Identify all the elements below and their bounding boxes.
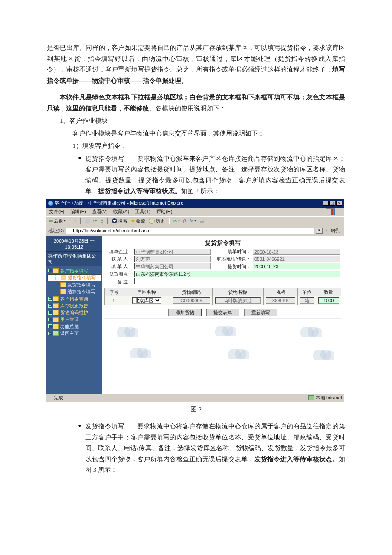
search-icon xyxy=(112,218,117,223)
address-dropdown-icon[interactable]: ▼ xyxy=(316,228,323,233)
edit-button[interactable]: ✎▾ xyxy=(189,218,197,224)
expand-icon[interactable]: - xyxy=(48,324,52,328)
paragraph: 是否已出库。同样的，客户如果需要将自己的产品从某厂存放到某库区，可以填写提货指令… xyxy=(47,43,345,86)
expand-icon[interactable]: + xyxy=(48,318,52,321)
label: 提货时间： xyxy=(212,263,252,270)
nav-item[interactable]: -功能总览 xyxy=(47,323,101,330)
nav-label: 客户指令查询 xyxy=(60,296,88,302)
nav-label: 货物编码维护 xyxy=(60,309,88,315)
home-button[interactable]: ⌂ xyxy=(100,218,104,224)
history-icon xyxy=(149,218,155,224)
folder-icon xyxy=(60,282,66,287)
sidebar-operator: 操作员:中华制药集团公司 xyxy=(46,252,102,266)
name-field: 荷叶牌清凉油 xyxy=(215,297,261,304)
page-icon xyxy=(67,229,72,233)
discuss-button[interactable]: ▤ xyxy=(199,218,205,224)
mail-button[interactable]: ✉▾ xyxy=(173,218,181,224)
sidebar: 2000年10月23日 一 10:05:12 操作员:中华制药集团公司 -客户指… xyxy=(46,236,102,394)
remark-input[interactable] xyxy=(134,278,340,284)
nav-item[interactable]: +用户管理 xyxy=(47,316,101,323)
bullet-item: 提货指令填写——要求物流中心派车来客户产区仓库接运商品存储到物流中心的指定库区；… xyxy=(85,153,345,197)
col-header: 规格 xyxy=(263,288,297,296)
expand-icon[interactable]: - xyxy=(48,269,52,272)
toolbar: ⇦ 后退 ▾ →▾ ⟳ ⌂ 搜索 ★收藏 历史 ✉▾ ⎙ ✎▾ ▤ xyxy=(46,216,344,226)
search-button[interactable]: 搜索 xyxy=(111,218,128,224)
page-title: 提货指令填写 xyxy=(104,239,341,246)
label: 联系电话/传真： xyxy=(212,255,252,263)
nav-item[interactable]: 发货指令填写 xyxy=(47,281,101,288)
minimize-button[interactable]: _ xyxy=(323,201,329,206)
page-icon xyxy=(48,396,52,400)
nav-item[interactable]: -客户指令填写 xyxy=(47,267,101,274)
pickaddr-input[interactable]: 山东省济南市华东路112号 xyxy=(134,271,340,277)
qty-input[interactable]: 1000 xyxy=(318,297,339,304)
folder-icon xyxy=(53,296,59,301)
status-text: 完成 xyxy=(54,395,63,401)
label: 填单时间： xyxy=(212,248,252,255)
menu-tools[interactable]: 工具(T) xyxy=(135,208,150,214)
nav-item[interactable]: +客户指令查询 xyxy=(47,295,101,302)
col-header: 单位 xyxy=(298,288,316,296)
menu-file[interactable]: 文件(F) xyxy=(49,208,64,214)
area-select[interactable]: 北京库区 xyxy=(132,297,161,304)
home-icon: ⌂ xyxy=(101,218,104,224)
close-button[interactable]: × xyxy=(336,201,342,206)
back-button[interactable]: ⇦ 后退 ▾ xyxy=(48,218,66,224)
history-button[interactable]: 历史 xyxy=(148,218,166,224)
expand-icon[interactable]: + xyxy=(48,297,52,301)
subitem: 1）填发客户指令： xyxy=(72,141,345,152)
menu-edit[interactable]: 编辑(E) xyxy=(70,208,86,214)
security-zone: 本地 Intranet xyxy=(306,395,342,401)
stop-icon xyxy=(85,219,90,224)
maximize-button[interactable]: □ xyxy=(329,201,335,206)
print-button[interactable]: ⎙ xyxy=(182,218,187,224)
nav-label: 功能总览 xyxy=(60,324,79,330)
intranet-icon xyxy=(308,395,314,400)
go-icon: ↪ xyxy=(326,228,330,234)
nav-item[interactable]: +货物编码维护 xyxy=(47,309,101,316)
bullet-item: 发货指令填写——要求物流中心将客户存储在物流中心仓库的属于客户的商品送往指定的第… xyxy=(85,421,345,476)
app-window: 客户作业系统__中华制药集团公司 - Microsoft Internet Ex… xyxy=(46,199,344,402)
menu-view[interactable]: 查看(V) xyxy=(92,208,108,214)
go-button[interactable]: ↪ 转到 xyxy=(324,228,342,234)
expand-icon[interactable]: - xyxy=(48,332,52,335)
nav-item[interactable]: +库存状态报告 xyxy=(47,302,101,309)
folder-icon xyxy=(53,268,59,273)
nav-tree: -客户指令填写提货指令填写发货指令填写结算指令填写+客户指令查询+库存状态报告+… xyxy=(46,266,102,338)
nav-item[interactable]: -返回主页 xyxy=(47,330,101,337)
menu-help[interactable]: 帮助(H) xyxy=(156,208,172,214)
folder-icon xyxy=(60,289,66,294)
phone-field: 0531-8456921 xyxy=(253,256,340,262)
ie-icon xyxy=(48,201,53,206)
nav-item[interactable]: 提货指令填写 xyxy=(47,274,101,281)
label: 联 系 人： xyxy=(104,255,133,263)
reset-button[interactable]: 重新填写 xyxy=(244,309,277,316)
address-input[interactable]: http://lbc/wuliucenter/client/client.asp xyxy=(66,228,314,234)
col-header: 数量 xyxy=(316,288,341,296)
forward-button[interactable]: →▾ xyxy=(68,218,77,224)
label: 填单企业： xyxy=(104,248,133,255)
figure-caption: 图 2 xyxy=(47,404,345,415)
submit-button[interactable]: 提交表单 xyxy=(206,309,239,316)
refresh-button[interactable]: ⟳ xyxy=(92,218,98,224)
filltime-field: 2000-10-23 xyxy=(253,249,340,255)
col-header: 序号 xyxy=(105,288,123,296)
folder-icon xyxy=(53,310,59,315)
module-desc: 客户作业模块是客户与物流中心信息交互的界面，其使用说明如下： xyxy=(72,128,345,139)
expand-icon[interactable]: + xyxy=(48,304,52,308)
separator xyxy=(107,218,108,224)
picktime-input[interactable]: 2000-10-23 xyxy=(253,263,340,269)
nav-label: 用户管理 xyxy=(60,316,79,322)
fillperson-field: 中华制药集团公司 xyxy=(134,263,211,269)
nav-item[interactable]: 结算指令填写 xyxy=(47,288,101,295)
note-icon: ▤ xyxy=(199,218,204,224)
watermark-bg xyxy=(104,318,341,369)
ie-flag-icon xyxy=(326,208,335,215)
add-goods-button[interactable]: 添加货物 xyxy=(168,309,202,316)
stop-button[interactable] xyxy=(84,219,91,224)
fav-button[interactable]: ★收藏 xyxy=(130,218,146,224)
print-icon: ⎙ xyxy=(183,218,186,224)
separator xyxy=(80,218,81,224)
expand-icon[interactable]: + xyxy=(48,311,52,315)
menu-fav[interactable]: 收藏(A) xyxy=(113,208,129,214)
